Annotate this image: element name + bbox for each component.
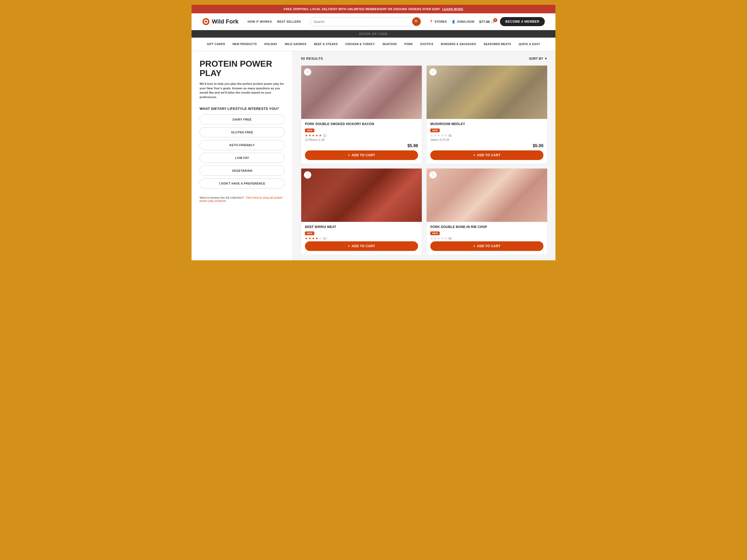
product-weight-1: 12 Pieces | 1 LB: [305, 138, 418, 141]
new-badge-3: NEW: [305, 232, 314, 235]
zip-bar[interactable]: ENTER ZIP CODE: [191, 30, 556, 37]
product-info-4: PORK DOUBLE BONE-IN RIB CHOP NEW ★★★★★ (…: [427, 222, 547, 255]
cat-nav-item-quick---easy[interactable]: QUICK & EASY: [515, 37, 544, 51]
new-badge-1: NEW: [305, 129, 314, 132]
svg-point-2: [205, 21, 207, 23]
plus-icon: +: [348, 153, 350, 157]
user-icon: 👤: [452, 20, 456, 24]
product-card-3: ♡ BEEF BIRRIA MEAT NEW ★★★★★ (1) + ADD T…: [301, 168, 422, 255]
right-panel: 50 RESULTS SORT BY ▼ ♡ PORK DOUBLE SMOKE…: [293, 51, 556, 260]
star-empty: ★: [441, 134, 444, 137]
star-filled: ★: [315, 134, 318, 137]
dietary-question: WHAT DIETARY LIFESTYLE INTERESTS YOU?: [200, 107, 285, 111]
review-count-2: (0): [448, 134, 452, 137]
product-info-2: MUSHROOM MEDLEY NEW ★★★★★ (0) Varies | 0…: [427, 119, 547, 164]
star-filled: ★: [319, 134, 322, 137]
add-to-cart-button-1[interactable]: + ADD TO CART: [305, 151, 418, 160]
nav-best-sellers[interactable]: BEST SELLERS: [277, 20, 301, 23]
star-filled: ★: [312, 237, 315, 240]
filter-option-i-don-t-have-a-preference[interactable]: I DON'T HAVE A PREFERENCE: [200, 179, 285, 189]
star-empty: ★: [434, 134, 437, 137]
top-banner: FREE SHIPPING: LOCAL DELIVERY WITH UNLIM…: [191, 5, 556, 14]
page-wrapper: FREE SHIPPING: LOCAL DELIVERY WITH UNLIM…: [187, 0, 560, 265]
star-empty: ★: [444, 237, 447, 240]
price-row-2: $5.00: [430, 143, 543, 148]
filter-option-dairy-free[interactable]: DAIRY FREE: [200, 114, 285, 125]
wishlist-button-2[interactable]: ♡: [429, 68, 437, 76]
cat-nav-item-burgers---sausages[interactable]: BURGERS & SAUSAGES: [437, 37, 480, 51]
product-name-3: BEEF BIRRIA MEAT: [305, 225, 418, 229]
logo[interactable]: Wild Fork: [202, 18, 238, 25]
cart-area[interactable]: $77.96 🛒 0: [479, 20, 495, 24]
location-icon: 📍: [430, 20, 433, 24]
cat-nav-item-wild-savings[interactable]: WILD SAVINGS: [281, 37, 310, 51]
sort-by-label: SORT BY: [529, 57, 543, 60]
cat-nav-item-holiday[interactable]: HOLIDAY: [261, 37, 281, 51]
cart-badge: 0: [493, 18, 497, 22]
star-empty: ★: [441, 237, 444, 240]
products-grid: ♡ PORK DOUBLE SMOKED HICKORY BACON NEW ★…: [301, 65, 547, 255]
plus-icon: +: [348, 244, 350, 248]
cat-nav-item-new-products[interactable]: NEW PRODUCTS: [229, 37, 261, 51]
new-badge-2: NEW: [430, 129, 440, 132]
star-empty: ★: [437, 237, 440, 240]
banner-text: FREE SHIPPING: LOCAL DELIVERY WITH UNLIM…: [284, 7, 440, 11]
results-header: 50 RESULTS SORT BY ▼: [301, 56, 547, 60]
cat-nav-item-chicken---turkey[interactable]: CHICKEN & TURKEY: [341, 37, 379, 51]
cat-nav-item-beef---steaks[interactable]: BEEF & STEAKS: [310, 37, 341, 51]
cat-nav-item-gift-cards[interactable]: GIFT CARDS: [203, 37, 229, 51]
product-image-2: ♡: [427, 65, 547, 119]
star-filled: ★: [315, 237, 318, 240]
product-name-4: PORK DOUBLE BONE-IN RIB CHOP: [430, 225, 543, 229]
add-to-cart-button-4[interactable]: + ADD TO CART: [430, 241, 543, 251]
product-name-2: MUSHROOM MEDLEY: [430, 122, 543, 126]
logo-text: Wild Fork: [212, 18, 238, 25]
wishlist-button-1[interactable]: ♡: [304, 68, 311, 76]
product-image-4: ♡: [427, 168, 547, 222]
star-empty: ★: [437, 134, 440, 137]
add-to-cart-button-2[interactable]: + ADD TO CART: [430, 151, 543, 160]
become-member-button[interactable]: BECOME A MEMBER: [500, 17, 545, 26]
left-panel: PROTEIN POWER PLAY We'd love to help you…: [191, 51, 293, 260]
nav-how-it-works[interactable]: HOW IT WORKS: [248, 20, 272, 23]
product-info-3: BEEF BIRRIA MEAT NEW ★★★★★ (1) + ADD TO …: [301, 222, 422, 255]
filter-option-keto-friendly[interactable]: KETO-FRIENDLY: [200, 140, 285, 150]
star-empty: ★: [430, 134, 433, 137]
filter-option-gluten-free[interactable]: GLUTEN FREE: [200, 127, 285, 137]
product-stars-2: ★★★★★ (0): [430, 134, 543, 137]
filter-option-low-fat[interactable]: LOW FAT: [200, 153, 285, 163]
wishlist-button-4[interactable]: ♡: [429, 171, 437, 179]
account-button[interactable]: 👤 JOIN/LOGIN: [452, 20, 474, 24]
search-input[interactable]: [313, 18, 412, 26]
star-empty: ★: [430, 237, 433, 240]
header-nav: HOW IT WORKS BEST SELLERS: [248, 20, 301, 23]
plus-icon: +: [473, 244, 475, 248]
cat-nav-item-seasoned-meats[interactable]: SEASONED MEATS: [480, 37, 515, 51]
add-to-cart-label: ADD TO CART: [352, 153, 375, 157]
product-card-2: ♡ MUSHROOM MEDLEY NEW ★★★★★ (0) Varies |…: [426, 65, 547, 164]
product-name-1: PORK DOUBLE SMOKED HICKORY BACON: [305, 122, 418, 126]
add-to-cart-button-3[interactable]: + ADD TO CART: [305, 241, 418, 251]
sort-by-button[interactable]: SORT BY ▼: [529, 57, 547, 60]
main-content: PROTEIN POWER PLAY We'd love to help you…: [191, 51, 556, 260]
cart-total: $77.96: [479, 20, 490, 24]
cat-nav-item-pork[interactable]: PORK: [401, 37, 417, 51]
product-price-1: $5.98: [407, 143, 418, 148]
wishlist-button-3[interactable]: ♡: [304, 171, 311, 179]
product-card-4: ♡ PORK DOUBLE BONE-IN RIB CHOP NEW ★★★★★…: [426, 168, 547, 255]
search-button[interactable]: 🔍: [412, 17, 421, 26]
banner-link[interactable]: LEARN MORE: [442, 7, 463, 11]
filter-option-vegetarian[interactable]: VEGETARIAN: [200, 166, 285, 176]
star-filled: ★: [305, 237, 308, 240]
product-price-2: $5.00: [533, 143, 543, 148]
logo-icon: [202, 18, 210, 25]
product-image-3: ♡: [301, 168, 422, 222]
star-empty: ★: [434, 237, 437, 240]
review-count-4: (0): [448, 237, 452, 240]
cat-nav-item-exotics[interactable]: EXOTICS: [417, 37, 437, 51]
cat-nav-item-seafood[interactable]: SEAFOOD: [379, 37, 401, 51]
search-bar: 🔍: [310, 17, 422, 26]
header: Wild Fork HOW IT WORKS BEST SELLERS 🔍 📍 …: [191, 14, 556, 30]
add-to-cart-label: ADD TO CART: [477, 244, 500, 248]
stores-button[interactable]: 📍 STORES: [430, 20, 447, 24]
